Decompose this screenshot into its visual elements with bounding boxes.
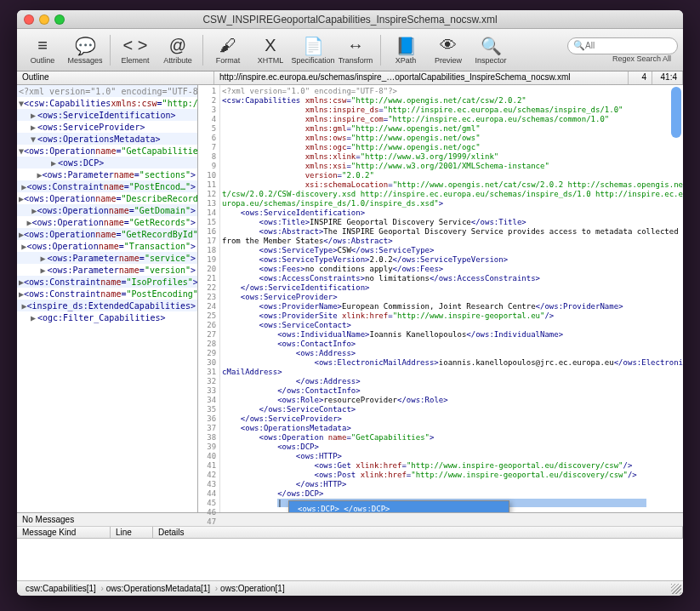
xhtml-icon: X (265, 36, 276, 56)
outline-row[interactable]: ▼<ows:OperationsMetadata> (17, 133, 197, 145)
outline-row[interactable]: ▶<ows:Operation name="DescribeRecord"> (17, 192, 197, 204)
format-icon: 🖌 (219, 36, 236, 56)
breadcrumb-item[interactable]: csw:Capabilities[1] (20, 584, 101, 593)
messages-body[interactable] (17, 539, 683, 580)
header-row: Outline http://inspire.ec.europa.eu/sche… (17, 71, 683, 85)
col-message-kind[interactable]: Message Kind (17, 527, 111, 538)
toolbar: ≡Outline💬Messages< >Element@Attribute🖌Fo… (17, 29, 683, 71)
breadcrumb-item[interactable]: ows:Operation[1] (215, 584, 290, 593)
outline-row[interactable]: ▶<ows:ServiceProvider> (17, 121, 197, 133)
search-icon: 🔍 (573, 40, 585, 51)
outline-row[interactable]: ▶<ows:Operation name="GetRecords"> (17, 216, 197, 228)
preview-icon: 👁 (440, 36, 457, 56)
xpath-icon: 📘 (396, 36, 417, 56)
inspector-icon: 🔍 (481, 36, 502, 56)
toolbar-specification-button[interactable]: 📄Specification (293, 31, 333, 70)
col-details[interactable]: Details (153, 527, 683, 538)
outline-row[interactable]: ▶<ows:Parameter name="version"> (17, 264, 197, 276)
messages-title: No Messages (17, 513, 683, 527)
titlebar[interactable]: CSW_INSPIREGeoportalCapabilities_Inspire… (17, 10, 683, 29)
outline-row[interactable]: <?xml version="1.0" encoding="UTF-8"?> (17, 85, 197, 97)
disclosure-right-icon[interactable]: ▶ (39, 254, 48, 263)
outline-row[interactable]: ▶<ows:Parameter name="sections"> (17, 168, 197, 180)
col-cursor-pos: 41:4 (652, 71, 683, 84)
code-area[interactable]: <?xml version="1.0" encoding="UTF-8"?> <… (220, 85, 683, 512)
disclosure-right-icon[interactable]: ▶ (49, 158, 58, 168)
toolbar-element-button[interactable]: < >Element (115, 31, 156, 70)
outline-row[interactable]: ▶<inspire_ds:ExtendedCapabilities> (17, 300, 197, 311)
outline-row[interactable]: ▼<csw:Capabilities xmlns:csw="http://www… (17, 97, 197, 109)
transform-icon: ↔ (347, 36, 364, 56)
outline-row[interactable]: ▶<ows:Constraint name="PostEncoding"> (17, 288, 197, 300)
editor-pane: 1234567891011121314151617181920212223242… (198, 85, 683, 512)
toolbar-messages-button[interactable]: 💬Messages (65, 31, 105, 70)
toolbar-format-button[interactable]: 🖌Format (208, 31, 248, 70)
outline-row[interactable]: ▶<ows:Parameter name="service"> (17, 252, 197, 264)
search-input[interactable] (585, 41, 672, 50)
messages-header: Message Kind Line Details (17, 527, 683, 539)
element-icon: < > (123, 36, 148, 56)
toolbar-inspector-button[interactable]: 🔍Inspector (470, 31, 511, 70)
app-window: CSW_INSPIREGeoportalCapabilities_Inspire… (17, 10, 683, 596)
path-header[interactable]: http://inspire.ec.europa.eu/schemas/insp… (214, 71, 629, 84)
regex-label: Regex Search All (612, 54, 671, 63)
messages-icon: 💬 (75, 36, 96, 56)
breadcrumb-item[interactable]: ows:OperationsMetadata[1] (101, 584, 215, 593)
content: Outline http://inspire.ec.europa.eu/sche… (17, 71, 683, 596)
outline-pane[interactable]: <?xml version="1.0" encoding="UTF-8"?>▼<… (17, 85, 198, 512)
outline-row[interactable]: ▶<ows:ServiceIdentification> (17, 109, 197, 121)
breadcrumb-bar: csw:Capabilities[1]ows:OperationsMetadat… (17, 580, 683, 596)
disclosure-right-icon[interactable]: ▶ (39, 266, 48, 275)
toolbar-xhtml-button[interactable]: XXHTML (250, 31, 291, 70)
outline-row[interactable]: ▶<ows:Operation name="Transaction"> (17, 240, 197, 252)
outline-header[interactable]: Outline (17, 71, 214, 84)
disclosure-right-icon[interactable]: ▶ (29, 313, 37, 323)
specification-icon: 📄 (303, 36, 324, 56)
toolbar-preview-button[interactable]: 👁Preview (428, 31, 469, 70)
line-gutter: 1234567891011121314151617181920212223242… (198, 85, 220, 512)
window-title: CSW_INSPIREGeoportalCapabilities_Inspire… (17, 14, 683, 26)
outline-row[interactable]: ▼<ows:Operation name="GetCapabilities"> (17, 145, 197, 157)
outline-row[interactable]: ▶<ows:Constraint name="PostEncod…"> (17, 180, 197, 192)
col-line[interactable]: Line (111, 527, 153, 538)
search-field[interactable]: 🔍 (567, 37, 678, 54)
scrollbar-thumb[interactable] (671, 87, 681, 138)
zoom-button[interactable] (54, 14, 65, 25)
disclosure-right-icon[interactable]: ▶ (29, 123, 37, 132)
toolbar-xpath-button[interactable]: 📘XPath (385, 31, 426, 70)
autocomplete-popup[interactable]: <ows:DCP> </ows:DCP><ows:Parameter name=… (288, 500, 509, 512)
close-button[interactable] (24, 14, 34, 25)
outline-row[interactable]: ▶<ows:Operation name="GetDomain"> (17, 204, 197, 216)
attribute-icon: @ (169, 36, 186, 56)
col-n1: 4 (629, 71, 652, 84)
outline-row[interactable]: ▶<ogc:Filter_Capabilities> (17, 311, 197, 323)
disclosure-right-icon[interactable]: ▶ (29, 111, 37, 120)
toolbar-outline-button[interactable]: ≡Outline (22, 31, 63, 70)
disclosure-down-icon[interactable]: ▼ (29, 134, 37, 144)
outline-row[interactable]: ▶<ows:DCP> (17, 157, 197, 168)
traffic-lights (24, 14, 65, 25)
resize-handle[interactable] (671, 584, 681, 594)
outline-icon: ≡ (37, 36, 48, 56)
autocomplete-item[interactable]: <ows:DCP> </ows:DCP> (289, 501, 509, 512)
main-split: <?xml version="1.0" encoding="UTF-8"?>▼<… (17, 85, 683, 512)
minimize-button[interactable] (39, 14, 49, 25)
toolbar-transform-button[interactable]: ↔Transform (335, 31, 376, 70)
outline-row[interactable]: ▶<ows:Operation name="GetRecordById"> (17, 228, 197, 240)
toolbar-attribute-button[interactable]: @Attribute (157, 31, 198, 70)
outline-row[interactable]: ▶<ows:Constraint name="IsoProfiles"> (17, 276, 197, 288)
messages-pane: No Messages Message Kind Line Details (17, 512, 683, 580)
